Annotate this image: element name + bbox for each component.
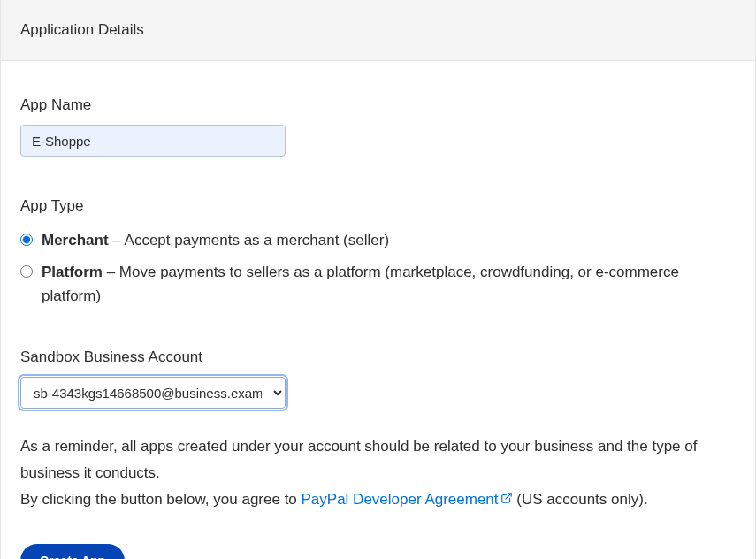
agreement-link-text: PayPal Developer Agreement: [302, 491, 499, 508]
radio-merchant-desc: – Accept payments as a merchant (seller): [109, 232, 389, 249]
sandbox-account-label: Sandbox Business Account: [20, 348, 736, 366]
panel-body: App Name App Type Merchant – Accept paym…: [0, 61, 756, 559]
app-type-group: App Type Merchant – Accept payments as a…: [20, 197, 736, 308]
radio-merchant-name: Merchant: [42, 232, 109, 249]
sandbox-account-group: Sandbox Business Account sb-4343kgs14668…: [20, 348, 736, 409]
radio-platform-input[interactable]: [20, 265, 33, 278]
developer-agreement-link[interactable]: PayPal Developer Agreement: [302, 491, 513, 508]
svg-line-0: [505, 493, 510, 498]
panel-title: Application Details: [20, 21, 736, 39]
radio-option-merchant[interactable]: Merchant – Accept payments as a merchant…: [20, 229, 736, 252]
app-type-radio-group: Merchant – Accept payments as a merchant…: [20, 229, 736, 308]
radio-option-platform[interactable]: Platform – Move payments to sellers as a…: [20, 261, 736, 308]
sandbox-account-select[interactable]: sb-4343kgs14668500@business.exampl: [20, 377, 286, 409]
reminder-text: As a reminder, all apps created under yo…: [20, 433, 736, 486]
app-name-group: App Name: [20, 96, 736, 157]
external-link-icon: [500, 486, 513, 513]
agreement-suffix: (US accounts only).: [513, 491, 648, 508]
create-app-button[interactable]: Create App: [20, 544, 125, 559]
radio-merchant-input[interactable]: [20, 234, 33, 246]
app-name-label: App Name: [20, 96, 736, 114]
panel-header: Application Details: [0, 0, 756, 61]
radio-platform-text: Platform – Move payments to sellers as a…: [42, 261, 736, 308]
agreement-prefix: By clicking the button below, you agree …: [20, 491, 302, 508]
radio-platform-desc: – Move payments to sellers as a platform…: [42, 264, 679, 303]
agreement-text: By clicking the button below, you agree …: [20, 486, 736, 513]
radio-merchant-text: Merchant – Accept payments as a merchant…: [42, 229, 389, 252]
radio-platform-name: Platform: [42, 264, 103, 280]
app-name-input[interactable]: [20, 125, 286, 157]
app-type-label: App Type: [20, 197, 736, 215]
